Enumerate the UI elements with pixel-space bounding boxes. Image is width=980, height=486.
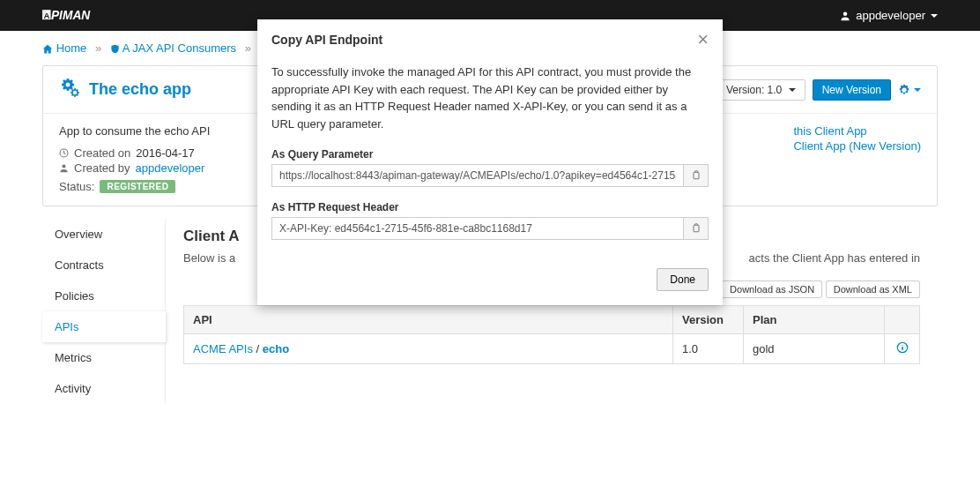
close-button[interactable]: × <box>697 30 709 49</box>
modal-title: Copy API Endpoint <box>271 33 382 47</box>
clipboard-icon <box>691 170 702 181</box>
download-json-button[interactable]: Download as JSON <box>722 280 822 298</box>
breadcrumb-home[interactable]: Home <box>42 41 90 55</box>
apis-table: API Version Plan ACME APIs / echo 1.0 go… <box>183 305 920 364</box>
reregister-link[interactable]: Client App (New Version) <box>793 139 921 153</box>
api-org-link[interactable]: ACME APIs <box>193 342 253 355</box>
col-plan: Plan <box>744 306 885 334</box>
done-button[interactable]: Done <box>657 268 709 291</box>
sidenav-contracts[interactable]: Contracts <box>42 250 165 280</box>
version-dropdown[interactable]: Version: 1.0 <box>716 79 806 101</box>
col-version: Version <box>673 306 744 334</box>
unregister-link[interactable]: this Client App <box>793 124 921 138</box>
api-version: 1.0 <box>673 334 744 364</box>
chevron-down-icon <box>789 88 796 92</box>
breadcrumb-sep: » <box>245 41 251 55</box>
gears-icon <box>59 77 80 102</box>
copy-endpoint-modal: Copy API Endpoint × To successfully invo… <box>257 19 723 305</box>
home-icon <box>42 44 53 55</box>
clipboard-icon <box>691 223 702 234</box>
sidenav-policies[interactable]: Policies <box>42 280 165 311</box>
created-on-date: 2016-04-17 <box>136 146 195 160</box>
copy-query-button[interactable] <box>684 164 709 187</box>
created-on-label: Created on <box>74 146 130 160</box>
status-label: Status: <box>59 180 94 193</box>
query-param-label: As Query Parameter <box>271 148 709 161</box>
settings-dropdown[interactable] <box>898 84 921 96</box>
page-title: The echo app <box>59 77 191 102</box>
chevron-down-icon <box>914 88 921 92</box>
svg-point-5 <box>72 90 78 95</box>
clock-icon <box>59 148 69 158</box>
svg-text:A: A <box>43 10 49 19</box>
new-version-button[interactable]: New Version <box>813 79 891 101</box>
sidenav-metrics[interactable]: Metrics <box>42 342 165 373</box>
breadcrumb-sep: » <box>95 41 101 55</box>
sidenav-overview[interactable]: Overview <box>42 219 165 250</box>
query-param-input[interactable] <box>271 164 684 187</box>
user-icon <box>59 163 69 173</box>
info-icon[interactable] <box>896 343 909 356</box>
sidenav: Overview Contracts Policies APIs Metrics… <box>42 219 166 404</box>
user-menu[interactable]: appdeveloper <box>840 9 938 22</box>
api-name-link[interactable]: echo <box>263 342 289 355</box>
created-by-user[interactable]: appdeveloper <box>136 161 205 175</box>
status-badge: REGISTERED <box>100 180 175 193</box>
gear-icon <box>898 84 910 96</box>
col-actions <box>885 306 920 334</box>
download-xml-button[interactable]: Download as XML <box>826 280 920 298</box>
app-description: App to consume the echo API <box>59 124 210 138</box>
sidenav-activity[interactable]: Activity <box>42 373 165 404</box>
svg-rect-8 <box>694 172 699 179</box>
logo[interactable]: APIMANA <box>42 8 139 24</box>
header-label: As HTTP Request Header <box>271 201 709 213</box>
user-icon <box>840 11 850 21</box>
chevron-down-icon <box>931 14 938 18</box>
shield-icon <box>110 44 120 54</box>
modal-intro: To successfully invoke the managed API f… <box>271 64 709 132</box>
table-row: ACME APIs / echo 1.0 gold <box>184 334 920 364</box>
svg-rect-9 <box>694 225 699 232</box>
copy-header-button[interactable] <box>684 217 709 240</box>
created-by-label: Created by <box>74 161 130 175</box>
sidenav-apis[interactable]: APIs <box>42 311 166 342</box>
api-plan: gold <box>744 334 885 364</box>
user-name: appdeveloper <box>856 9 925 22</box>
header-input[interactable] <box>271 217 684 240</box>
col-api: API <box>184 306 673 334</box>
breadcrumb-org[interactable]: A JAX API Consumers <box>110 41 240 55</box>
